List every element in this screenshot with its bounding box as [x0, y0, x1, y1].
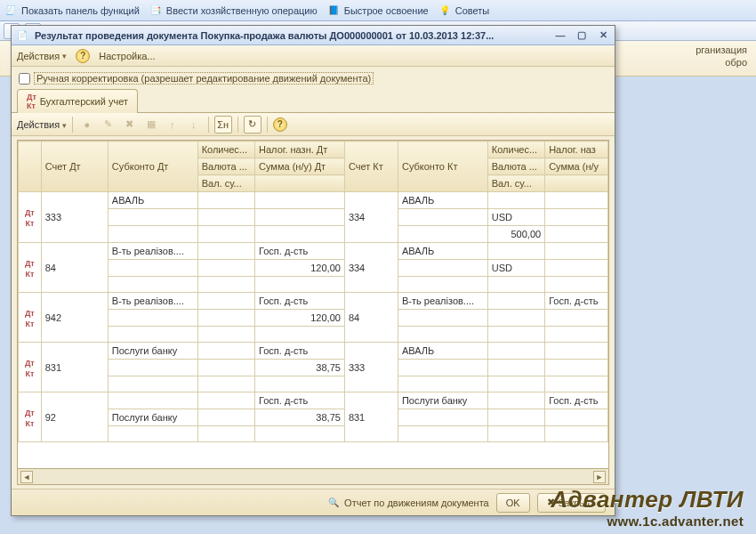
- hdr-valsum[interactable]: Вал. су...: [197, 175, 254, 192]
- cell-qty1[interactable]: [197, 343, 254, 360]
- cell-blank2[interactable]: [545, 226, 608, 243]
- show-function-panel[interactable]: 🧾 Показать панель функций: [4, 4, 140, 18]
- quick-learn[interactable]: 📘 Быстрое освоение: [326, 4, 429, 18]
- cell-sum[interactable]: [255, 209, 345, 226]
- cell-sum-kt[interactable]: [545, 310, 608, 327]
- hdr-qty2[interactable]: Количес...: [487, 142, 544, 158]
- copy-row-icon[interactable]: ▦: [142, 116, 160, 134]
- cell-acct-kt[interactable]: 334: [344, 192, 398, 243]
- movements-report-link[interactable]: 🔍 Отчет по движениям документа: [326, 496, 489, 510]
- ok-button[interactable]: OK: [496, 493, 530, 513]
- enter-operation[interactable]: 📑 Ввести хозяйственную операцию: [149, 4, 318, 18]
- cell-valsum[interactable]: [197, 376, 254, 392]
- cell-valsum[interactable]: [197, 426, 254, 442]
- hdr-acct-kt[interactable]: Счет Кт: [344, 142, 398, 192]
- cell-sub-dt[interactable]: АВАЛЬ: [108, 192, 197, 209]
- cell-sub-kt[interactable]: [398, 260, 487, 277]
- cell-blank[interactable]: [255, 376, 345, 392]
- hdr-sum-nu-dt[interactable]: Сумма (н/у) Дт: [255, 158, 345, 175]
- hdr-qty1[interactable]: Количес...: [197, 142, 254, 158]
- cell-valsum2[interactable]: [487, 426, 544, 442]
- cell-currency2[interactable]: USD: [487, 260, 544, 277]
- cell-sum-kt[interactable]: [545, 360, 608, 376]
- table-row[interactable]: ДтКт84В-ть реалізов....Госп. д-сть334АВА…: [19, 243, 608, 260]
- cell-currency[interactable]: [197, 310, 254, 327]
- cell-valsum2[interactable]: [487, 277, 544, 293]
- cell-sum[interactable]: 120,00: [255, 260, 345, 277]
- hdr-currency[interactable]: Валюта ...: [197, 158, 254, 175]
- cell-acct-kt[interactable]: 333: [344, 343, 398, 392]
- cell-tax-kt[interactable]: Госп. д-сть: [545, 392, 608, 409]
- cell-qty1[interactable]: [197, 243, 254, 260]
- cell-acct-kt[interactable]: 84: [344, 293, 398, 343]
- table-row[interactable]: ДтКт831Послуги банкуГосп. д-сть333АВАЛЬ: [19, 343, 608, 360]
- cell-sub-kt[interactable]: Послуги банку: [398, 392, 487, 409]
- cell-valsum[interactable]: [197, 277, 254, 293]
- hdr-sub-dt[interactable]: Субконто Дт: [108, 142, 197, 192]
- cell-sub-kt[interactable]: В-ть реалізов....: [398, 293, 487, 310]
- cell-tax-dt[interactable]: Госп. д-сть: [255, 392, 345, 409]
- cell-sub-dt[interactable]: [108, 209, 197, 226]
- manual-correction-checkbox[interactable]: [19, 73, 30, 85]
- actions-menu[interactable]: Действия: [17, 51, 67, 61]
- cell-sub-dt[interactable]: [108, 426, 197, 442]
- cell-currency[interactable]: [197, 260, 254, 277]
- cell-currency[interactable]: [197, 209, 254, 226]
- cell-sub-kt[interactable]: АВАЛЬ: [398, 343, 487, 360]
- cell-sub-dt[interactable]: [108, 327, 197, 343]
- cell-qty1[interactable]: [197, 293, 254, 310]
- cell-qty2[interactable]: [487, 192, 544, 209]
- tips[interactable]: 💡 Советы: [438, 4, 489, 18]
- cell-sub-dt[interactable]: [108, 277, 197, 293]
- move-up-icon[interactable]: ↑: [164, 116, 181, 134]
- cell-sub-kt[interactable]: [398, 426, 487, 442]
- help-icon[interactable]: ?: [76, 49, 90, 63]
- sum-icon[interactable]: Σн: [214, 116, 232, 134]
- cell-tax-dt[interactable]: Госп. д-сть: [255, 243, 345, 260]
- cell-sum[interactable]: 38,75: [255, 360, 345, 376]
- minimize-button[interactable]: —: [552, 28, 568, 43]
- cell-qty2[interactable]: [487, 392, 544, 409]
- cell-sub-dt[interactable]: В-ть реалізов....: [108, 243, 197, 260]
- cell-acct-dt[interactable]: 84: [41, 243, 108, 293]
- cell-blank2[interactable]: [545, 426, 608, 442]
- hdr-sub-kt[interactable]: Субконто Кт: [398, 142, 487, 192]
- table-row[interactable]: ДтКт942В-ть реалізов....Госп. д-сть84В-т…: [19, 293, 608, 310]
- cell-valsum2[interactable]: 500,00: [487, 226, 544, 243]
- cell-tax-dt[interactable]: Госп. д-сть: [255, 343, 345, 360]
- cell-sub-kt[interactable]: [398, 277, 487, 293]
- edit-row-icon[interactable]: ✎: [100, 116, 117, 134]
- cell-sub-kt[interactable]: [398, 409, 487, 426]
- cell-tax-kt[interactable]: [545, 343, 608, 360]
- cell-qty2[interactable]: [487, 293, 544, 310]
- cell-sub-dt[interactable]: [108, 260, 197, 277]
- cell-sub-kt[interactable]: [398, 327, 487, 343]
- scroll-right-icon[interactable]: ►: [593, 471, 606, 483]
- cell-sub-dt[interactable]: Послуги банку: [108, 409, 197, 426]
- hdr-currency2[interactable]: Валюта ...: [487, 158, 544, 175]
- cell-sub-kt[interactable]: АВАЛЬ: [398, 243, 487, 260]
- cell-currency[interactable]: [197, 360, 254, 376]
- cell-acct-kt[interactable]: 334: [344, 243, 398, 293]
- cell-sub-kt[interactable]: [398, 209, 487, 226]
- tab-accounting[interactable]: ДтКт Бухгалтерский учет: [17, 89, 138, 113]
- cell-sub-kt[interactable]: АВАЛЬ: [398, 192, 487, 209]
- hdr-tax-dt[interactable]: Налог. назн. Дт: [255, 142, 345, 158]
- move-down-icon[interactable]: ↓: [185, 116, 203, 134]
- cell-tax-kt[interactable]: [545, 243, 608, 260]
- cell-blank2[interactable]: [545, 277, 608, 293]
- add-row-icon[interactable]: ●: [78, 116, 96, 134]
- cell-sum[interactable]: 38,75: [255, 409, 345, 426]
- hdr-sum-nu[interactable]: Сумма (н/у: [545, 158, 608, 175]
- cell-acct-kt[interactable]: 831: [344, 392, 398, 442]
- delete-row-icon[interactable]: ✖: [121, 116, 139, 134]
- cell-tax-dt[interactable]: Госп. д-сть: [255, 293, 345, 310]
- cell-sub-dt[interactable]: [108, 226, 197, 243]
- table-row[interactable]: ДтКт92Госп. д-сть831Послуги банкуГосп. д…: [19, 392, 608, 409]
- cell-blank[interactable]: [255, 327, 345, 343]
- hdr-tax-kt[interactable]: Налог. наз: [545, 142, 608, 158]
- cell-sub-dt[interactable]: В-ть реалізов....: [108, 293, 197, 310]
- cell-valsum[interactable]: [197, 327, 254, 343]
- cell-blank2[interactable]: [545, 376, 608, 392]
- cell-qty1[interactable]: [197, 192, 254, 209]
